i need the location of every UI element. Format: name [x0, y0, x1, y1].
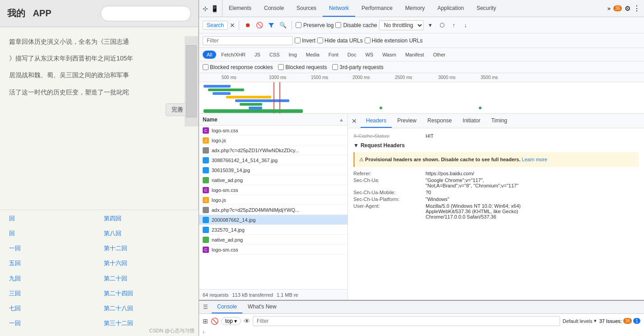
wifi-icon[interactable]: ⬡ — [437, 20, 447, 30]
chapter-link-11[interactable]: 第二十四回 — [104, 289, 190, 302]
cursor-icon[interactable]: ⊹ — [203, 5, 208, 12]
hide-data-urls-checkbox[interactable] — [317, 37, 323, 43]
chapter-link-8[interactable]: 九回 — [9, 275, 95, 287]
chevron-throttle-icon[interactable]: ▾ — [426, 20, 436, 30]
close-search-icon[interactable]: ✕ — [230, 22, 235, 29]
hide-ext-urls-label[interactable]: Hide extension URLs — [365, 37, 423, 44]
chapter-link-6[interactable]: 五回 — [9, 259, 95, 271]
tab-console[interactable]: Console — [258, 0, 290, 17]
request-item-4[interactable]: 30615039_14.jpg — [199, 165, 347, 175]
console-filter-input[interactable] — [253, 316, 560, 326]
headers-tab-headers[interactable]: Headers — [361, 114, 392, 128]
chapter-link-2[interactable]: 回 — [9, 229, 95, 242]
headers-tab-response[interactable]: Response — [422, 114, 457, 128]
eye-icon[interactable]: 👁 — [244, 317, 250, 325]
type-btn-doc[interactable]: Doc — [343, 51, 361, 59]
learn-more-link[interactable]: Learn more — [522, 157, 547, 162]
request-headers-title[interactable]: ▼ Request Headers — [353, 142, 639, 149]
console-tab-whats-new[interactable]: What's New — [242, 301, 282, 313]
hide-ext-urls-checkbox[interactable] — [365, 37, 371, 43]
chapter-link-9[interactable]: 第二十回 — [104, 275, 190, 287]
tab-memory[interactable]: Memory — [399, 0, 431, 17]
requests-list[interactable]: C logo-sm.css J logo.js adx.php?c=d25pZD… — [199, 126, 347, 289]
chapter-link-14[interactable]: 一回 — [9, 319, 95, 331]
chapter-link-12[interactable]: 七回 — [9, 304, 95, 317]
blocked-requests-checkbox[interactable] — [278, 64, 284, 70]
disable-cache-checkbox[interactable] — [335, 22, 341, 28]
request-item-8[interactable]: adx.php?c=d25pZD04MWNlMjdjYWQ... — [199, 205, 347, 215]
request-item-1[interactable]: J logo.js — [199, 135, 347, 145]
blocked-cookies-label[interactable]: Blocked response cookies — [203, 64, 273, 70]
headers-tab-timing[interactable]: Timing — [486, 114, 513, 128]
type-btn-img[interactable]: Img — [285, 51, 301, 59]
close-panel-button[interactable]: ✕ — [348, 114, 361, 128]
tab-application[interactable]: Application — [431, 0, 470, 17]
record-button[interactable]: ⏺ — [243, 20, 253, 30]
request-item-3[interactable]: 3088766142_14_514_367.jpg — [199, 155, 347, 165]
headers-tab-preview[interactable]: Preview — [392, 114, 422, 128]
invert-checkbox[interactable] — [295, 37, 301, 43]
more-tabs-btn[interactable]: » — [607, 5, 611, 12]
console-tab-console[interactable]: Console — [212, 301, 242, 313]
headers-content[interactable]: X-Cache-Status: HIT ▼ Request Headers ⚠ … — [348, 128, 644, 300]
request-item-10[interactable]: 232570_14.jpg — [199, 225, 347, 235]
type-btn-all[interactable]: All — [203, 51, 216, 59]
request-item-6[interactable]: C logo-sm.css — [199, 185, 347, 195]
blocked-cookies-checkbox[interactable] — [203, 64, 208, 70]
third-party-label[interactable]: 3rd-party requests — [332, 64, 383, 70]
type-btn-ws[interactable]: WS — [361, 51, 377, 59]
filter-button[interactable] — [266, 20, 276, 30]
type-btn-fetch-xhr[interactable]: Fetch/XHR — [217, 51, 250, 59]
download-icon[interactable]: ↓ — [461, 20, 471, 30]
request-item-11[interactable]: native_ad.png — [199, 235, 347, 245]
device-icon[interactable]: 📱 — [211, 5, 218, 12]
chapter-link-5[interactable]: 第十二回 — [104, 244, 190, 257]
console-clear-icon[interactable]: 🚫 — [211, 317, 218, 325]
tab-security[interactable]: Security — [470, 0, 502, 17]
request-item-5[interactable]: native_ad.png — [199, 175, 347, 185]
default-levels-btn[interactable]: Default levels ▾ — [563, 318, 597, 324]
clear-button[interactable]: 🚫 — [255, 20, 264, 30]
tab-network[interactable]: Network — [323, 0, 355, 17]
tab-performance[interactable]: Performance — [355, 0, 399, 17]
disable-cache-label[interactable]: Disable cache — [335, 22, 377, 28]
filter-input[interactable] — [203, 36, 293, 45]
search-panel-toggle[interactable]: Search — [203, 21, 228, 30]
scroll-indicator[interactable]: ▲ — [339, 117, 344, 122]
chapter-link-3[interactable]: 第八回 — [104, 229, 190, 242]
console-panel-toggle[interactable]: ☰ — [199, 301, 212, 313]
page-search-bar[interactable] — [101, 6, 191, 21]
chapter-link-7[interactable]: 第十六回 — [104, 259, 190, 271]
request-item-2[interactable]: adx.php?c=d25pZD1iYWlwNDkzZDcy... — [199, 145, 347, 155]
type-btn-css[interactable]: CSS — [265, 51, 284, 59]
hide-data-urls-label[interactable]: Hide data URLs — [317, 37, 363, 44]
type-btn-wasm[interactable]: Wasm — [378, 51, 400, 59]
type-btn-media[interactable]: Media — [302, 51, 324, 59]
request-item-9[interactable]: 2000087662_14.jpg — [199, 215, 347, 225]
more-menu-icon[interactable]: ⋮ — [633, 4, 640, 13]
preserve-log-checkbox[interactable] — [296, 22, 301, 28]
type-btn-manifest[interactable]: Manifest — [401, 51, 428, 59]
blocked-requests-label[interactable]: Blocked requests — [278, 64, 327, 70]
third-party-checkbox[interactable] — [332, 64, 338, 70]
request-item-7[interactable]: J logo.js — [199, 195, 347, 205]
console-sidebar-icon[interactable]: ⊞ — [203, 317, 208, 325]
settings-icon[interactable]: ⚙ — [625, 5, 630, 13]
tab-sources[interactable]: Sources — [290, 0, 323, 17]
request-item-0[interactable]: C logo-sm.css — [199, 126, 347, 135]
preserve-log-label[interactable]: Preserve log — [296, 22, 334, 28]
chapter-link-10[interactable]: 三回 — [9, 289, 95, 302]
issues-count[interactable]: 37 Issues: 36 1 — [599, 318, 640, 324]
tab-elements[interactable]: Elements — [222, 0, 258, 17]
type-btn-js[interactable]: JS — [250, 51, 264, 59]
invert-label[interactable]: Invert — [295, 37, 315, 44]
context-selector[interactable]: top ▾ — [221, 317, 241, 325]
throttle-select[interactable]: No throttling — [379, 20, 424, 30]
type-btn-font[interactable]: Font — [324, 51, 343, 59]
headers-tab-initiator[interactable]: Initiator — [457, 114, 486, 128]
upload-icon[interactable]: ↑ — [449, 20, 459, 30]
console-prompt[interactable]: › — [199, 328, 644, 336]
search-network-button[interactable]: 🔍 — [278, 20, 288, 30]
chapter-link-1[interactable]: 第四回 — [104, 215, 190, 227]
request-item-12[interactable]: C logo-sm.css — [199, 245, 347, 255]
